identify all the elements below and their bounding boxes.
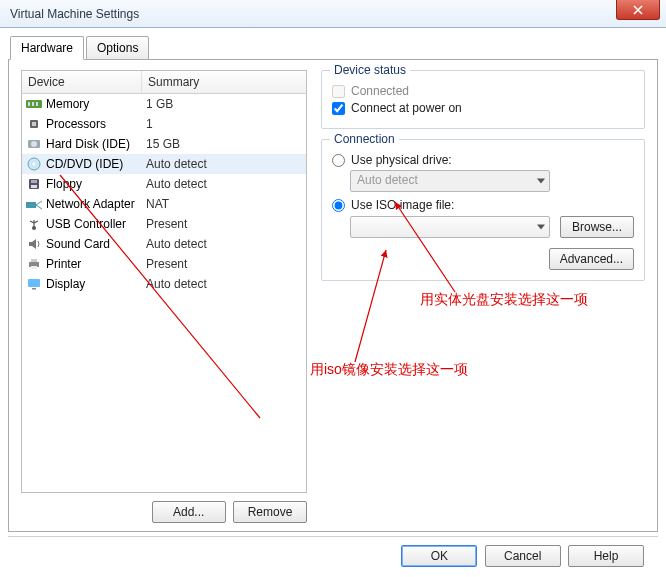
device-icon	[26, 96, 42, 112]
chevron-down-icon	[537, 179, 545, 184]
svg-rect-13	[26, 202, 36, 208]
device-name: Processors	[46, 117, 146, 131]
device-name: Hard Disk (IDE)	[46, 137, 146, 151]
svg-rect-2	[32, 102, 34, 106]
right-pane: Device status Connected Connect at power…	[307, 70, 645, 523]
footer-buttons: OK Cancel Help	[8, 537, 658, 567]
device-icon	[26, 116, 42, 132]
column-summary: Summary	[142, 71, 306, 93]
device-icon	[26, 236, 42, 252]
svg-point-7	[31, 141, 37, 147]
device-icon	[26, 156, 42, 172]
table-row[interactable]: Hard Disk (IDE)15 GB	[22, 134, 306, 154]
device-name: USB Controller	[46, 217, 146, 231]
help-button[interactable]: Help	[568, 545, 644, 567]
device-name: Network Adapter	[46, 197, 146, 211]
window-body: Hardware Options Device Summary Memory1 …	[0, 28, 666, 577]
device-name: Sound Card	[46, 237, 146, 251]
ok-button[interactable]: OK	[401, 545, 477, 567]
device-name: Printer	[46, 257, 146, 271]
device-icon	[26, 256, 42, 272]
device-summary: Auto detect	[146, 157, 302, 171]
device-buttons: Add... Remove	[21, 493, 307, 523]
use-iso-row[interactable]: Use ISO image file:	[332, 198, 634, 212]
device-summary: Present	[146, 217, 302, 231]
svg-rect-16	[31, 259, 37, 262]
device-summary: 15 GB	[146, 137, 302, 151]
device-name: CD/DVD (IDE)	[46, 157, 146, 171]
tabs: Hardware Options	[10, 36, 658, 60]
device-icon	[26, 216, 42, 232]
connected-checkbox-row: Connected	[332, 84, 634, 98]
connection-group: Connection Use physical drive: Auto dete…	[321, 139, 645, 281]
connection-legend: Connection	[330, 132, 399, 146]
column-device: Device	[22, 71, 142, 93]
connect-poweron-row[interactable]: Connect at power on	[332, 101, 634, 115]
device-name: Display	[46, 277, 146, 291]
device-summary: 1	[146, 117, 302, 131]
device-summary: Present	[146, 257, 302, 271]
device-status-group: Device status Connected Connect at power…	[321, 70, 645, 129]
table-row[interactable]: Memory1 GB	[22, 94, 306, 114]
connect-poweron-label: Connect at power on	[351, 101, 462, 115]
add-button[interactable]: Add...	[152, 501, 226, 523]
svg-rect-3	[36, 102, 38, 106]
device-summary: NAT	[146, 197, 302, 211]
device-list-header: Device Summary	[22, 71, 306, 94]
table-row[interactable]: Sound CardAuto detect	[22, 234, 306, 254]
device-list[interactable]: Device Summary Memory1 GBProcessors1Hard…	[21, 70, 307, 493]
device-icon	[26, 196, 42, 212]
device-status-legend: Device status	[330, 63, 410, 77]
browse-button[interactable]: Browse...	[560, 216, 634, 238]
device-summary: Auto detect	[146, 237, 302, 251]
svg-rect-11	[31, 180, 37, 183]
chevron-down-icon	[537, 225, 545, 230]
svg-rect-5	[32, 122, 36, 126]
table-row[interactable]: FloppyAuto detect	[22, 174, 306, 194]
svg-point-9	[33, 163, 36, 166]
connected-checkbox	[332, 85, 345, 98]
close-icon	[633, 5, 643, 15]
use-iso-label: Use ISO image file:	[351, 198, 454, 212]
device-pane: Device Summary Memory1 GBProcessors1Hard…	[21, 70, 307, 523]
table-row[interactable]: DisplayAuto detect	[22, 274, 306, 294]
advanced-row: Advanced...	[332, 248, 634, 270]
iso-row: Browse...	[350, 216, 634, 238]
cancel-button[interactable]: Cancel	[485, 545, 561, 567]
device-icon	[26, 276, 42, 292]
svg-rect-18	[28, 279, 40, 287]
table-row[interactable]: CD/DVD (IDE)Auto detect	[22, 154, 306, 174]
device-summary: Auto detect	[146, 177, 302, 191]
tab-options[interactable]: Options	[86, 36, 149, 60]
table-row[interactable]: Network AdapterNAT	[22, 194, 306, 214]
close-button[interactable]	[616, 0, 660, 20]
use-physical-radio[interactable]	[332, 154, 345, 167]
svg-rect-17	[31, 266, 37, 269]
device-icon	[26, 136, 42, 152]
device-summary: 1 GB	[146, 97, 302, 111]
device-summary: Auto detect	[146, 277, 302, 291]
svg-rect-1	[28, 102, 30, 106]
connected-label: Connected	[351, 84, 409, 98]
device-name: Memory	[46, 97, 146, 111]
device-name: Floppy	[46, 177, 146, 191]
connect-poweron-checkbox[interactable]	[332, 102, 345, 115]
use-physical-label: Use physical drive:	[351, 153, 452, 167]
remove-button[interactable]: Remove	[233, 501, 307, 523]
physical-drive-combo[interactable]: Auto detect	[350, 170, 550, 192]
svg-rect-12	[31, 185, 37, 188]
use-iso-radio[interactable]	[332, 199, 345, 212]
advanced-button[interactable]: Advanced...	[549, 248, 634, 270]
physical-drive-value: Auto detect	[357, 173, 418, 187]
tabpanel-hardware: Device Summary Memory1 GBProcessors1Hard…	[8, 59, 658, 532]
window-title: Virtual Machine Settings	[10, 7, 139, 21]
titlebar: Virtual Machine Settings	[0, 0, 666, 28]
table-row[interactable]: Processors1	[22, 114, 306, 134]
tab-hardware[interactable]: Hardware	[10, 36, 84, 60]
device-icon	[26, 176, 42, 192]
table-row[interactable]: USB ControllerPresent	[22, 214, 306, 234]
use-physical-row[interactable]: Use physical drive:	[332, 153, 634, 167]
table-row[interactable]: PrinterPresent	[22, 254, 306, 274]
iso-file-combo[interactable]	[350, 216, 550, 238]
svg-rect-19	[32, 288, 36, 290]
